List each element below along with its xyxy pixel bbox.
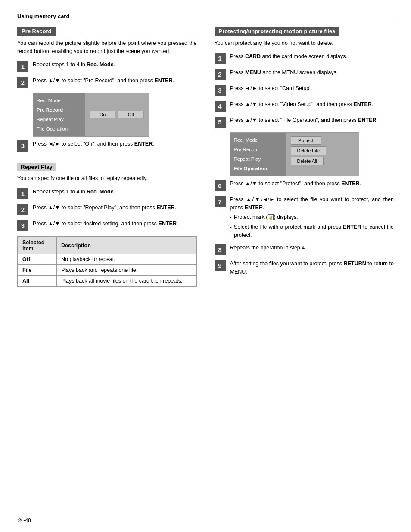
repeat-step-text-1: Repeat steps 1 to 4 in Rec. Mode.: [33, 188, 115, 196]
protect-menu-fileoperation: File Operation: [230, 164, 286, 173]
col-header-item: Selected item: [18, 237, 57, 254]
pre-record-step-1: 1 Repeat steps 1 to 4 in Rec. Mode.: [17, 61, 197, 72]
protect-step-6: 6 Press ▲/▼ to select "Protect", and the…: [215, 180, 394, 191]
repeat-step-text-3: Press ▲/▼ to select desired setting, and…: [33, 220, 178, 228]
bullet-list: • Protect mark (🔒) displays. • Select th…: [230, 213, 394, 240]
delete-file-btn[interactable]: Delete File: [291, 146, 327, 155]
pre-record-step-2: 2 Press ▲/▼ to select "Pre Record", and …: [17, 77, 197, 88]
delete-all-btn[interactable]: Delete All: [291, 157, 324, 165]
step-num-1: 1: [17, 61, 28, 72]
protect-step-7: 7 Press ▲/▼/◄/► to select the file you w…: [215, 196, 394, 240]
protect-menu-repeatplay: Repeat Play: [230, 154, 286, 164]
menu-right: On Off: [85, 93, 149, 136]
bullet-2: • Select the file with a protect mark an…: [230, 223, 394, 240]
protect-step-num-7: 7: [215, 196, 226, 207]
page-footer: ⑩ -48: [17, 517, 31, 523]
repeat-play-header: Repeat Play: [17, 163, 56, 171]
protect-step-text-5: Press ▲/▼ to select "File Operation", an…: [230, 116, 378, 124]
desc-all: Plays back all movie files on the card t…: [57, 275, 196, 286]
protect-step-1: 1 Press CARD and the card mode screen di…: [215, 53, 394, 64]
protect-step-num-6: 6: [215, 180, 226, 191]
protect-step-text-8: Repeats the operation in step 4.: [230, 244, 306, 252]
item-all: All: [18, 275, 57, 286]
col-header-desc: Description: [57, 237, 196, 254]
table-row-all: All Plays back all movie files on the ca…: [18, 275, 196, 286]
protect-step-num-1: 1: [215, 53, 226, 64]
protect-step-num-8: 8: [215, 244, 226, 255]
protect-step-text-7: Press ▲/▼/◄/► to select the file you wan…: [230, 196, 394, 240]
item-off: Off: [18, 254, 57, 264]
menu-item-repeatplay: Repeat Play: [33, 115, 85, 124]
protect-step-num-9: 9: [215, 260, 226, 271]
step-text-1: Repeat steps 1 to 4 in Rec. Mode.: [33, 61, 115, 69]
table-row-file: File Plays back and repeats one file.: [18, 264, 196, 275]
protect-menu-left: Rec. Mode Pre Record Repeat Play File Op…: [230, 133, 286, 176]
off-button[interactable]: Off: [118, 111, 144, 118]
menu-item-recmode: Rec. Mode: [33, 96, 85, 105]
menu-item-fileoperation: File Operation: [33, 124, 85, 134]
table-row-off: Off No playback or repeat.: [18, 254, 196, 264]
repeat-step-1: 1 Repeat steps 1 to 4 in Rec. Mode.: [17, 188, 197, 199]
pre-record-header: Pre Record: [17, 27, 56, 36]
step-num-3: 3: [17, 140, 28, 152]
protect-icon: 🔒: [268, 214, 274, 220]
pre-record-section: Pre Record You can record the picture sl…: [17, 27, 197, 152]
menu-item-prerecord: Pre Record: [33, 105, 85, 115]
protect-step-num-2: 2: [215, 69, 226, 80]
protect-step-text-2: Press MENU and the MENU screen displays.: [230, 68, 338, 77]
bullet-text-2: Select the file with a protect mark and …: [234, 223, 394, 240]
protect-intro: You can protect any file you do not want…: [215, 39, 394, 47]
desc-off: No playback or repeat.: [57, 254, 196, 264]
protect-step-4: 4 Press ▲/▼ to select "Video Setup", and…: [215, 100, 394, 112]
protect-step-text-3: Press ◄/► to select "Card Setup".: [230, 84, 313, 93]
repeat-play-section: Repeat Play You can specify one file or …: [17, 158, 197, 287]
pre-record-step-3: 3 Press ◄/► to select "On", and then pre…: [17, 140, 197, 152]
step-text-2: Press ▲/▼ to select "Pre Record", and th…: [33, 77, 174, 85]
bullet-1: • Protect mark (🔒) displays.: [230, 213, 394, 222]
menu-btn-row: On Off: [90, 107, 144, 122]
protect-btn[interactable]: Protect: [291, 136, 321, 145]
bullet-dot-2: •: [230, 224, 232, 232]
protect-step-5: 5 Press ▲/▼ to select "File Operation", …: [215, 116, 394, 128]
left-column: Pre Record You can record the picture sl…: [17, 27, 201, 287]
protect-section-header: Protecting/unprotecting motion picture f…: [215, 27, 340, 36]
protect-menu-prerecord: Pre Record: [230, 145, 286, 154]
repeat-play-intro: You can specify one file or all files to…: [17, 174, 197, 183]
pre-record-intro: You can record the picture slightly befo…: [17, 39, 197, 56]
repeat-step-num-1: 1: [17, 188, 28, 199]
protect-menu: Rec. Mode Pre Record Repeat Play File Op…: [230, 132, 359, 176]
protect-step-9: 9 After setting the files you want to pr…: [215, 260, 394, 276]
protect-menu-recmode: Rec. Mode: [230, 135, 286, 145]
protect-step-text-6: Press ▲/▼ to select "Protect", and then …: [230, 180, 361, 188]
protect-step-text-9: After setting the files you want to prot…: [230, 260, 394, 276]
protect-step-num-5: 5: [215, 117, 226, 128]
step-text-3: Press ◄/► to select "On", and then press…: [33, 140, 154, 148]
protect-step-2: 2 Press MENU and the MENU screen display…: [215, 68, 394, 80]
page: Using memory card Pre Record You can rec…: [0, 0, 411, 532]
main-content: Pre Record You can record the picture sl…: [17, 27, 394, 287]
page-title: Using memory card: [17, 13, 394, 22]
protect-step-text-1: Press CARD and the card mode screen disp…: [230, 53, 347, 61]
protect-step-num-4: 4: [215, 101, 226, 112]
pre-record-menu: Rec. Mode Pre Record Repeat Play File Op…: [33, 93, 149, 137]
protect-menu-right: Protect Delete File Delete All: [286, 133, 359, 176]
menu-left: Rec. Mode Pre Record Repeat Play File Op…: [33, 93, 85, 136]
step-num-2: 2: [17, 77, 28, 88]
bullet-dot-1: •: [230, 214, 232, 222]
repeat-step-2: 2 Press ▲/▼ to select "Repeat Play", and…: [17, 204, 197, 215]
bullet-text-1: Protect mark (🔒) displays.: [234, 213, 298, 221]
on-button[interactable]: On: [90, 111, 115, 118]
repeat-step-num-2: 2: [17, 204, 28, 215]
protect-step-text-4: Press ▲/▼ to select "Video Setup", and t…: [230, 100, 374, 109]
protect-step-num-3: 3: [215, 85, 226, 96]
protect-step-8: 8 Repeats the operation in step 4.: [215, 244, 394, 255]
repeat-step-text-2: Press ▲/▼ to select "Repeat Play", and t…: [33, 204, 176, 212]
protect-step-3: 3 Press ◄/► to select "Card Setup".: [215, 84, 394, 96]
right-column: Protecting/unprotecting motion picture f…: [210, 27, 394, 280]
desc-file: Plays back and repeats one file.: [57, 264, 196, 275]
repeat-step-num-3: 3: [17, 220, 28, 231]
item-file: File: [18, 264, 57, 275]
repeat-play-table: Selected item Description Off No playbac…: [17, 236, 197, 287]
repeat-step-3: 3 Press ▲/▼ to select desired setting, a…: [17, 220, 197, 231]
